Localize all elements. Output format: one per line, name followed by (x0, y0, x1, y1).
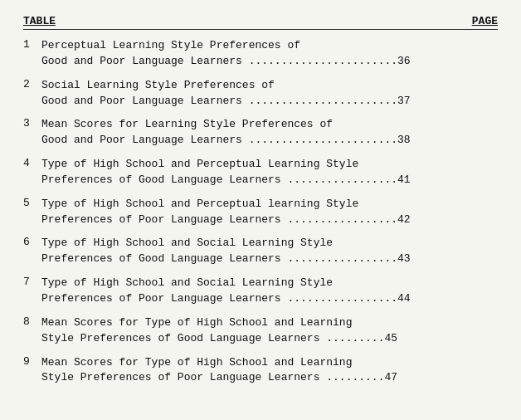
toc-number: 6 (23, 236, 41, 248)
toc-entry-content: Type of High School and Perceptual learn… (41, 197, 498, 228)
toc-entry-line: Good and Poor Language Learners ........… (41, 94, 498, 110)
table-header: TABLE PAGE (23, 15, 498, 30)
toc-entry-line: Type of High School and Social Learning … (41, 236, 498, 252)
toc-entry-line: Style Preferences of Poor Language Learn… (41, 370, 498, 386)
toc-entry-line: Preferences of Poor Language Learners ..… (41, 291, 498, 307)
toc-entry-line: Type of High School and Perceptual Learn… (41, 157, 498, 173)
table-column-header: TABLE (23, 15, 56, 27)
toc-entry-line: Perceptual Learning Style Preferences of (41, 38, 498, 54)
toc-row: 1Perceptual Learning Style Preferences o… (23, 38, 498, 70)
toc-entry-line: Preferences of Poor Language Learners ..… (41, 212, 498, 228)
toc-row: 7Type of High School and Social Learning… (23, 276, 498, 307)
toc-entry-content: Social Learning Style Preferences ofGood… (41, 78, 498, 110)
toc-entry-content: Mean Scores for Type of High School and … (41, 355, 498, 387)
toc-row: 9Mean Scores for Type of High School and… (23, 355, 498, 387)
toc-row: 2Social Learning Style Preferences ofGoo… (23, 78, 498, 110)
toc-number: 5 (23, 197, 41, 209)
toc-entry-line: Style Preferences of Good Language Learn… (41, 331, 498, 347)
toc-entry-line: Mean Scores for Type of High School and … (41, 355, 498, 371)
toc-number: 1 (23, 38, 41, 51)
toc-row: 8Mean Scores for Type of High School and… (23, 315, 498, 347)
toc-entry-line: Preferences of Good Language Learners ..… (41, 252, 498, 267)
toc-entry-content: Perceptual Learning Style Preferences of… (41, 38, 498, 70)
toc-row: 5Type of High School and Perceptual lear… (23, 197, 498, 228)
toc-row: 6Type of High School and Social Learning… (23, 236, 498, 267)
toc-number: 9 (23, 355, 41, 368)
toc-entry-line: Good and Poor Language Learners ........… (41, 133, 498, 149)
page-column-header: PAGE (472, 15, 498, 27)
toc-entry-line: Good and Poor Language Learners ........… (41, 54, 498, 70)
toc-entry-line: Type of High School and Perceptual learn… (41, 197, 498, 212)
toc-entry-content: Mean Scores for Type of High School and … (41, 315, 498, 347)
toc-number: 3 (23, 117, 41, 129)
toc-entry-content: Mean Scores for Learning Style Preferenc… (41, 117, 498, 149)
toc-entry-line: Mean Scores for Learning Style Preferenc… (41, 117, 498, 133)
toc-number: 2 (23, 78, 41, 90)
toc-entry-line: Preferences of Good Language Learners ..… (41, 173, 498, 188)
toc-container: 1Perceptual Learning Style Preferences o… (23, 38, 498, 386)
toc-entry-line: Social Learning Style Preferences of (41, 78, 498, 94)
toc-row: 4Type of High School and Perceptual Lear… (23, 157, 498, 188)
toc-entry-line: Mean Scores for Type of High School and … (41, 315, 498, 331)
toc-number: 4 (23, 157, 41, 169)
toc-number: 7 (23, 276, 41, 288)
toc-entry-line: Type of High School and Social Learning … (41, 276, 498, 291)
toc-row: 3Mean Scores for Learning Style Preferen… (23, 117, 498, 149)
toc-number: 8 (23, 315, 41, 328)
toc-entry-content: Type of High School and Social Learning … (41, 236, 498, 267)
toc-entry-content: Type of High School and Perceptual Learn… (41, 157, 498, 188)
toc-entry-content: Type of High School and Social Learning … (41, 276, 498, 307)
